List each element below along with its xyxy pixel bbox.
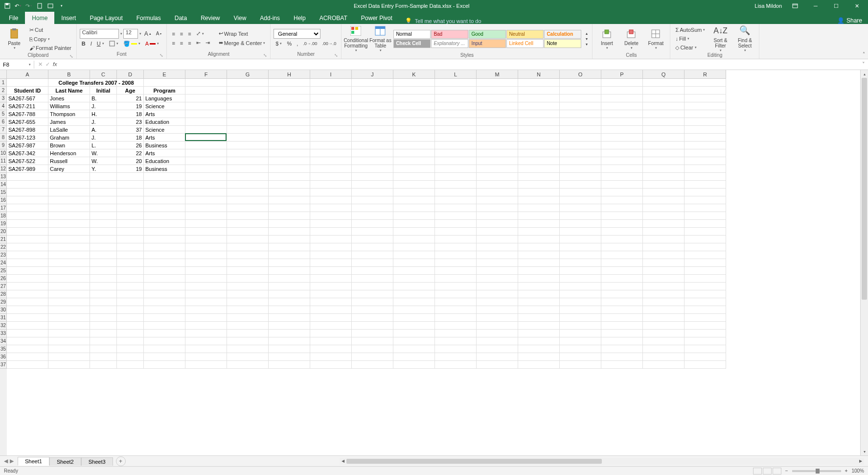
cell[interactable] [227,79,269,87]
tell-me-search[interactable]: 💡 Tell me what you want to do [405,18,481,24]
cell[interactable] [685,322,726,330]
cell[interactable] [144,322,185,330]
horizontal-scrollbar[interactable]: ◀ ▶ [340,458,864,465]
cell[interactable] [227,142,269,149]
cell[interactable] [601,142,643,149]
cell[interactable] [90,243,117,251]
zoom-out-icon[interactable]: − [785,468,788,474]
cell[interactable] [269,110,310,118]
cell[interactable] [560,157,601,165]
find-select-button[interactable]: 🔍Find & Select▾ [733,25,756,52]
tab-powerpivot[interactable]: Power Pivot [354,12,399,24]
cell[interactable] [7,290,48,298]
cell[interactable] [518,95,560,102]
vertical-scrollbar[interactable]: ▴ ▾ [860,70,868,455]
comma-format-button[interactable]: , [295,40,300,48]
cell[interactable] [477,165,518,173]
cell[interactable] [310,149,352,157]
cell[interactable] [48,330,90,337]
cell[interactable] [90,337,117,345]
horizontal-scroll-thumb[interactable] [346,459,602,464]
scroll-left-icon[interactable]: ◀ [340,458,346,465]
cell[interactable] [685,181,726,189]
row-header[interactable]: 24 [0,259,7,267]
cell[interactable] [117,236,144,243]
styles-scroll-up-icon[interactable]: ▴ [584,31,589,36]
cell[interactable] [685,204,726,212]
cell[interactable] [518,157,560,165]
cell[interactable] [685,173,726,181]
cell[interactable] [310,322,352,330]
cell[interactable] [435,204,477,212]
cell[interactable] [185,330,227,337]
cell[interactable] [435,79,477,87]
accounting-format-button[interactable]: $▾ [274,40,284,48]
cell[interactable] [227,283,269,290]
minimize-icon[interactable]: ─ [808,0,823,12]
cell[interactable] [352,212,393,220]
cell[interactable] [227,212,269,220]
cell[interactable] [601,118,643,126]
cell[interactable] [185,110,227,118]
cell[interactable]: Business [144,165,185,173]
merge-center-button[interactable]: ⬌Merge & Center▾ [217,39,268,47]
cell[interactable] [643,306,685,314]
column-header[interactable]: N [518,70,560,79]
cell[interactable] [518,212,560,220]
cell[interactable] [518,283,560,290]
cell[interactable] [435,102,477,110]
cell[interactable] [518,228,560,236]
touch-mode-icon[interactable] [46,1,55,10]
cell[interactable] [352,118,393,126]
cell[interactable] [352,110,393,118]
cell[interactable] [48,298,90,306]
cell[interactable] [560,134,601,142]
cell[interactable] [435,337,477,345]
cell[interactable] [269,220,310,228]
cell[interactable] [477,353,518,361]
cell[interactable] [352,157,393,165]
cell[interactable] [90,181,117,189]
cell[interactable] [185,165,227,173]
cell[interactable]: J. [90,102,117,110]
cell[interactable] [185,236,227,243]
cell[interactable] [269,173,310,181]
cell[interactable] [435,243,477,251]
cell[interactable] [144,353,185,361]
cell[interactable] [560,290,601,298]
cell[interactable] [310,228,352,236]
cell[interactable] [643,337,685,345]
autosum-button[interactable]: ΣAutoSum▾ [673,26,707,34]
cell[interactable] [518,361,560,369]
cell[interactable] [185,243,227,251]
cell[interactable] [117,251,144,259]
cell[interactable] [117,345,144,353]
cell[interactable] [643,196,685,204]
cell[interactable] [601,290,643,298]
cell[interactable] [185,345,227,353]
cell[interactable] [352,142,393,149]
cell[interactable] [185,196,227,204]
cell[interactable] [269,196,310,204]
cell[interactable] [269,149,310,157]
cell[interactable] [601,330,643,337]
cell[interactable] [643,95,685,102]
cell[interactable] [393,228,435,236]
cell[interactable] [643,110,685,118]
column-header[interactable]: H [269,70,310,79]
tab-home[interactable]: Home [25,12,54,24]
cell[interactable]: Initial [90,87,117,95]
cell[interactable] [560,314,601,322]
cell[interactable] [685,290,726,298]
cell[interactable] [518,298,560,306]
cells-grid[interactable]: Student IDLast NameInitialAgeProgramSA26… [7,79,726,455]
sheet-tab-2[interactable]: Sheet2 [49,457,81,466]
cell[interactable] [685,337,726,345]
cell[interactable] [185,337,227,345]
cell[interactable] [117,228,144,236]
row-header[interactable]: 36 [0,353,7,361]
align-bottom-button[interactable]: ≡ [186,30,193,38]
cell[interactable]: L. [90,142,117,149]
cell[interactable] [601,134,643,142]
tab-addins[interactable]: Add-ins [253,12,287,24]
